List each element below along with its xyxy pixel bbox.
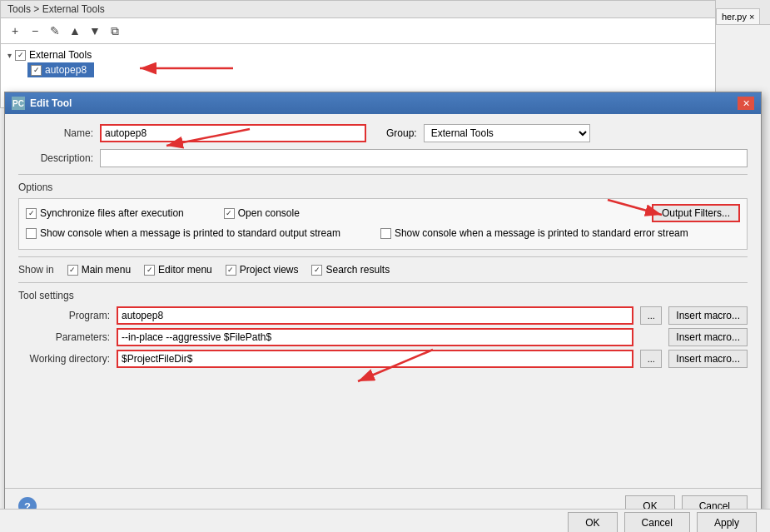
working-dir-browse-button[interactable]: ... bbox=[640, 350, 662, 368]
program-row: Program: ... Insert macro... bbox=[18, 306, 748, 325]
name-row: Name: Group: External Tools bbox=[18, 124, 748, 142]
toolbar: + − ✎ ▲ ▼ ⧉ bbox=[1, 18, 715, 44]
editor-tab-bar: her.py × bbox=[716, 0, 770, 25]
search-results-label[interactable]: Search results bbox=[311, 264, 390, 276]
tools-tree: ▾ External Tools autopep8 bbox=[1, 44, 715, 81]
working-dir-row: Working directory: ... Insert macro... bbox=[18, 350, 748, 368]
tree-root[interactable]: ▾ External Tools bbox=[7, 47, 708, 62]
external-tools-checkbox[interactable] bbox=[15, 50, 26, 61]
open-console-checkbox[interactable] bbox=[224, 208, 235, 219]
bottom-cancel-button[interactable]: Cancel bbox=[624, 512, 690, 533]
parameters-label: Parameters: bbox=[18, 331, 110, 343]
project-views-checkbox[interactable] bbox=[226, 265, 236, 276]
show-in-label: Show in bbox=[18, 264, 54, 276]
program-browse-button[interactable]: ... bbox=[640, 306, 662, 325]
parameters-insert-macro-button[interactable]: Insert macro... bbox=[668, 328, 748, 346]
autopep8-checkbox[interactable] bbox=[31, 65, 42, 76]
group-select[interactable]: External Tools bbox=[424, 124, 590, 142]
show-console-stderr-checkbox[interactable] bbox=[380, 228, 391, 239]
parameters-input[interactable] bbox=[117, 328, 633, 346]
editor-menu-label[interactable]: Editor menu bbox=[144, 264, 212, 276]
show-in-row: Show in Main menu Editor menu Project vi… bbox=[18, 264, 748, 276]
name-label: Name: bbox=[18, 127, 93, 139]
options-section: Synchronize files after execution Open c… bbox=[18, 198, 748, 250]
program-insert-macro-button[interactable]: Insert macro... bbox=[668, 306, 748, 325]
edit-tool-button[interactable]: ✎ bbox=[46, 22, 64, 40]
sync-row: Synchronize files after execution Open c… bbox=[26, 204, 740, 222]
main-menu-label[interactable]: Main menu bbox=[67, 264, 131, 276]
external-tools-label: External Tools bbox=[29, 49, 92, 61]
show-console-row: Show console when a message is printed t… bbox=[26, 227, 740, 239]
dialog-title: Edit Tool bbox=[30, 97, 72, 109]
description-row: Description: bbox=[18, 149, 748, 167]
working-dir-input[interactable] bbox=[117, 350, 633, 368]
tool-settings-title: Tool settings bbox=[18, 290, 748, 301]
program-label: Program: bbox=[18, 310, 110, 321]
dialog-body: Name: Group: External Tools Description:… bbox=[5, 114, 761, 381]
bottom-apply-button[interactable]: Apply bbox=[697, 512, 757, 533]
working-dir-label: Working directory: bbox=[18, 353, 110, 365]
bottom-ok-button[interactable]: OK bbox=[568, 512, 617, 533]
search-results-checkbox[interactable] bbox=[311, 265, 322, 276]
file-tab[interactable]: her.py × bbox=[716, 8, 760, 24]
breadcrumb: Tools > External Tools bbox=[1, 1, 715, 18]
dialog-icon: PC bbox=[12, 97, 25, 110]
sync-files-checkbox[interactable] bbox=[26, 208, 37, 219]
add-tool-button[interactable]: + bbox=[6, 22, 24, 40]
show-console-stdout-checkbox[interactable] bbox=[26, 228, 37, 239]
chevron-down-icon: ▾ bbox=[7, 51, 12, 60]
output-filters-button[interactable]: Output Filters... bbox=[652, 204, 740, 222]
working-dir-insert-macro-button[interactable]: Insert macro... bbox=[668, 350, 748, 368]
editor-menu-checkbox[interactable] bbox=[144, 265, 155, 276]
show-console-stderr[interactable]: Show console when a message is printed t… bbox=[380, 227, 688, 239]
dialog-titlebar: PC Edit Tool ✕ bbox=[5, 92, 761, 114]
autopep8-item[interactable]: autopep8 bbox=[27, 62, 94, 77]
options-title: Options bbox=[18, 181, 748, 193]
bottom-tab-bar: OK Cancel Apply bbox=[0, 509, 770, 532]
program-input[interactable] bbox=[117, 306, 633, 325]
open-console-label[interactable]: Open console bbox=[224, 207, 300, 219]
parameters-row: Parameters: ... Insert macro... bbox=[18, 328, 748, 346]
group-label: Group: bbox=[386, 127, 417, 139]
edit-tool-dialog: PC Edit Tool ✕ Name: Group: External Too… bbox=[4, 92, 762, 525]
main-menu-checkbox[interactable] bbox=[67, 265, 78, 276]
move-up-button[interactable]: ▲ bbox=[66, 22, 84, 40]
sync-files-label[interactable]: Synchronize files after execution bbox=[26, 207, 184, 219]
show-console-stdout[interactable]: Show console when a message is printed t… bbox=[26, 227, 340, 239]
description-label: Description: bbox=[18, 152, 93, 164]
move-down-button[interactable]: ▼ bbox=[86, 22, 104, 40]
close-button[interactable]: ✕ bbox=[738, 97, 754, 110]
copy-tool-button[interactable]: ⧉ bbox=[106, 22, 124, 40]
project-views-label[interactable]: Project views bbox=[226, 264, 299, 276]
name-input[interactable] bbox=[100, 124, 366, 142]
remove-tool-button[interactable]: − bbox=[26, 22, 44, 40]
autopep8-label: autopep8 bbox=[45, 64, 87, 76]
title-left: PC Edit Tool bbox=[12, 97, 72, 110]
description-input[interactable] bbox=[100, 149, 748, 167]
